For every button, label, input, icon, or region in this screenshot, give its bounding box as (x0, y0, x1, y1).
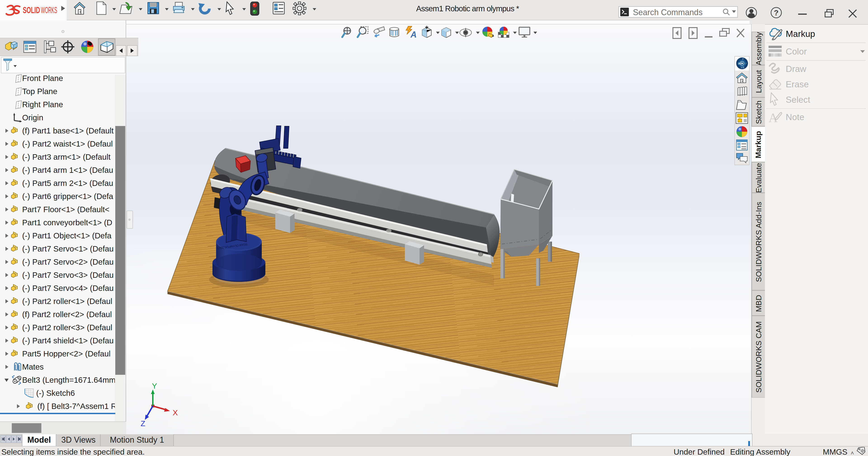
svg-text:X: X (173, 408, 178, 417)
svg-text:3D: 3D (738, 62, 741, 65)
svg-text:Z: Z (141, 419, 145, 428)
svg-text:A: A (410, 30, 416, 39)
svg-text:Y: Y (152, 381, 157, 390)
svg-text:SOLID: SOLID (23, 5, 40, 15)
svg-text:?: ? (774, 8, 779, 17)
svg-text:V.R: V.R (741, 66, 744, 69)
svg-text:WORKS: WORKS (41, 5, 57, 15)
